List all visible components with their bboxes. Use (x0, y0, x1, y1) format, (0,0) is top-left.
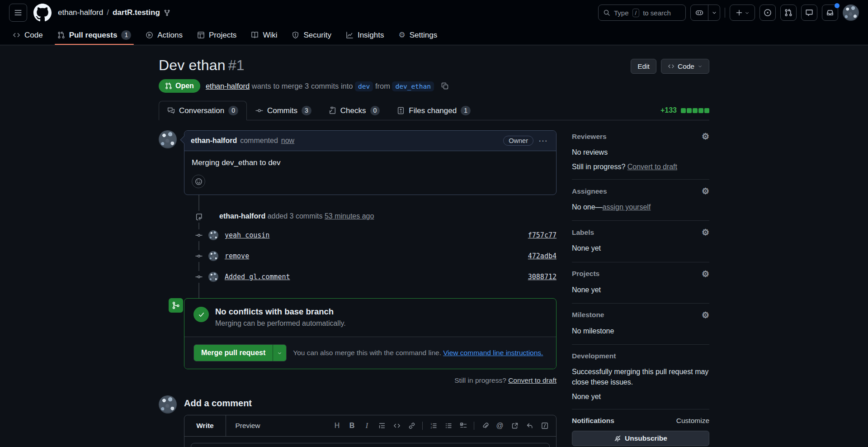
tab-commits[interactable]: Commits 3 (247, 101, 320, 120)
gear-icon: ⚙ (399, 30, 406, 40)
preview-tab[interactable]: Preview (226, 415, 269, 436)
tab-conversation[interactable]: Conversation 0 (159, 101, 247, 120)
global-search-input[interactable]: Type / to search (598, 5, 686, 21)
chevron-down-icon (698, 64, 703, 69)
comment-options-kebab[interactable]: ⋯ (537, 135, 550, 146)
assign-yourself-link[interactable]: assign yourself (603, 203, 651, 211)
commit-author-avatar[interactable] (208, 230, 218, 240)
commit-row: Added gl.comment 3088712 (159, 271, 557, 283)
projects-section: Projects ⚙ None yet (572, 262, 709, 304)
commit-message-link[interactable]: Added gl.comment (225, 273, 290, 281)
git-commit-icon (195, 252, 203, 260)
copilot-button[interactable] (690, 5, 720, 21)
heading-icon[interactable]: H (330, 419, 344, 433)
comment-header: ethan-halford commented now Owner ⋯ (184, 131, 556, 151)
check-icon (193, 307, 209, 322)
gear-icon[interactable]: ⚙ (702, 132, 709, 141)
cli-instructions-link[interactable]: View command line instructions. (443, 349, 543, 357)
merge-pull-request-button[interactable]: Merge pull request (193, 344, 287, 361)
italic-icon[interactable]: I (360, 419, 374, 433)
tab-checks[interactable]: Checks 0 (320, 101, 388, 120)
github-logo[interactable] (33, 4, 52, 22)
current-user-avatar (159, 395, 177, 414)
markdown-toolbar: H B I 12 @ (330, 415, 556, 436)
head-branch-label[interactable]: dev_ethan (392, 81, 434, 91)
slash-commands-icon[interactable] (538, 419, 552, 433)
bold-icon[interactable]: B (345, 419, 359, 433)
repo-tab-code[interactable]: Code (6, 25, 49, 45)
repo-tab-settings[interactable]: ⚙ Settings (392, 25, 444, 45)
bulleted-list-icon[interactable] (441, 419, 455, 433)
write-tab[interactable]: Write (184, 415, 226, 436)
unsubscribe-button[interactable]: Unsubscribe (572, 431, 709, 446)
commit-author-avatar[interactable] (208, 272, 218, 282)
tab-files-changed[interactable]: Files changed 1 (388, 101, 479, 120)
bell-slash-icon (614, 435, 621, 442)
inbox-button[interactable] (822, 5, 838, 21)
gear-icon[interactable]: ⚙ (702, 228, 709, 237)
breadcrumb-repo[interactable]: dartR.testing (113, 8, 160, 17)
commit-sha-link[interactable]: 472adb4 (528, 252, 557, 260)
copilot-caret[interactable] (708, 5, 720, 20)
add-reaction-button[interactable] (192, 175, 205, 188)
edit-button[interactable]: Edit (631, 59, 656, 74)
comment-timestamp-link[interactable]: now (281, 137, 294, 145)
repo-tab-security[interactable]: Security (285, 25, 337, 45)
repo-tab-actions[interactable]: Actions (139, 25, 189, 45)
header-divider (725, 8, 725, 18)
commit-row: yeah cousin f757c77 (159, 229, 557, 241)
link-icon[interactable] (405, 419, 419, 433)
commits-event-time[interactable]: 53 minutes ago (325, 212, 374, 220)
assignees-section: Assignees ⚙ No one—assign yourself (572, 180, 709, 221)
user-avatar[interactable] (843, 5, 859, 21)
quote-icon[interactable] (375, 419, 389, 433)
attach-file-icon[interactable] (478, 419, 492, 433)
reply-icon[interactable] (523, 419, 537, 433)
git-commit-icon (195, 273, 203, 281)
issues-button[interactable] (760, 5, 776, 21)
hamburger-menu-button[interactable] (9, 4, 27, 22)
code-dropdown-button[interactable]: Code (661, 59, 709, 74)
cross-reference-icon[interactable] (508, 419, 522, 433)
create-new-button[interactable] (730, 5, 755, 21)
repo-tab-projects[interactable]: Projects (191, 25, 243, 45)
repo-nav: Code Pull requests 1 Actions Projects Wi… (0, 25, 868, 45)
commit-sha-link[interactable]: f757c77 (528, 231, 557, 239)
customize-link[interactable]: Customize (676, 417, 709, 425)
gear-icon[interactable]: ⚙ (702, 187, 709, 195)
discussions-button[interactable] (801, 5, 817, 21)
notifications-title: Notifications (572, 417, 614, 425)
commit-message-link[interactable]: yeah cousin (225, 231, 269, 239)
milestone-title: Milestone (572, 311, 604, 319)
mention-icon[interactable]: @ (493, 419, 507, 433)
code-icon[interactable] (390, 419, 404, 433)
gear-icon[interactable]: ⚙ (702, 311, 709, 319)
add-comment-section: Add a comment Write Preview H B I (159, 398, 557, 447)
additions-count: +133 (660, 106, 677, 114)
slash-key-hint: / (632, 9, 640, 17)
development-title: Development (572, 352, 616, 360)
issue-opened-icon (764, 9, 772, 17)
gear-icon[interactable]: ⚙ (702, 270, 709, 278)
draft-hint: Still in progress? Convert to draft (159, 376, 557, 385)
commit-sha-link[interactable]: 3088712 (528, 273, 557, 281)
comment-input[interactable] (191, 443, 550, 447)
pull-requests-button[interactable] (780, 5, 797, 21)
copy-icon[interactable] (441, 82, 448, 90)
base-branch-label[interactable]: dev (355, 81, 373, 91)
repo-tab-pull-requests[interactable]: Pull requests 1 (51, 25, 138, 45)
pr-author-link[interactable]: ethan-halford (206, 82, 250, 90)
repo-tab-insights[interactable]: Insights (340, 25, 391, 45)
task-list-icon[interactable] (456, 419, 470, 433)
merge-options-caret[interactable] (273, 345, 286, 361)
commit-message-link[interactable]: remove (225, 252, 249, 260)
repo-tab-wiki[interactable]: Wiki (245, 25, 283, 45)
breadcrumb-owner[interactable]: ethan-halford (58, 8, 103, 17)
comment-author-avatar[interactable] (159, 130, 177, 148)
comment-icon (805, 9, 813, 17)
convert-to-draft-link[interactable]: Convert to draft (627, 163, 677, 171)
comment-author-link[interactable]: ethan-halford (191, 137, 237, 145)
numbered-list-icon[interactable]: 12 (426, 419, 440, 433)
commit-author-avatar[interactable] (208, 251, 218, 261)
convert-to-draft-link[interactable]: Convert to draft (508, 376, 557, 384)
